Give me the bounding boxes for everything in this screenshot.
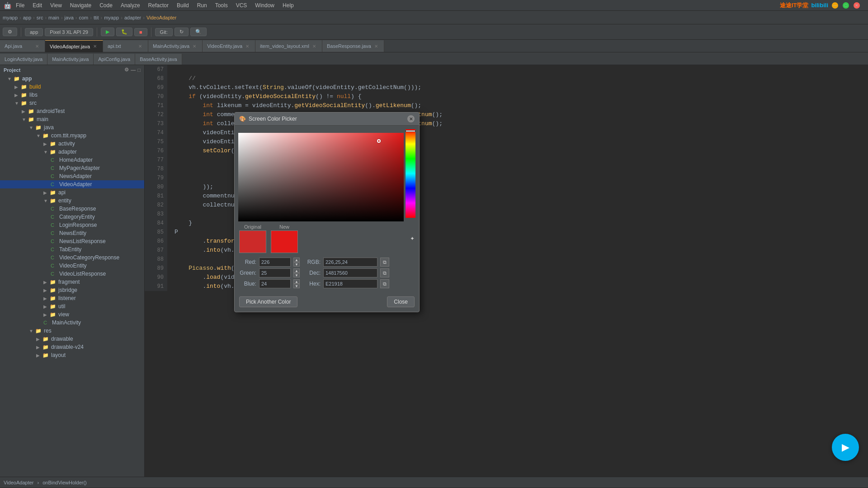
hue-slider[interactable] (406, 129, 415, 218)
dec-copy-btn[interactable]: ⧉ (380, 268, 389, 277)
tab-videoentity-close[interactable]: ✕ (244, 43, 250, 49)
bottom-onbindviewholder-label[interactable]: onBindViewHolder() (42, 480, 87, 485)
tree-item-drawable[interactable]: ▶ 📁 drawable (0, 335, 144, 343)
menu-run[interactable]: Run (193, 1, 211, 9)
tree-item-videoadapter[interactable]: C VideoAdapter (0, 180, 144, 188)
red-up-btn[interactable]: ▲ (293, 258, 300, 262)
tab-videoadapter-close[interactable]: ✕ (92, 43, 98, 49)
tab-itemvideolayout-close[interactable]: ✕ (311, 43, 317, 49)
menu-tools[interactable]: Tools (212, 1, 231, 9)
bc-myapp2[interactable]: myapp (104, 15, 119, 20)
bc-main[interactable]: main (48, 15, 59, 20)
device-selector-btn[interactable]: Pixel 3 XL API 29 (45, 28, 93, 36)
tree-item-fragment[interactable]: ▶ 📁 fragment (0, 278, 144, 286)
tab-videoadapterjava[interactable]: VideoAdapter.java ✕ (45, 40, 103, 52)
stop-btn[interactable]: ■ (134, 28, 147, 36)
project-structure-btn[interactable]: ⚙ (3, 28, 17, 36)
run-btn[interactable]: ▶ (101, 28, 114, 36)
bc-adapter[interactable]: adapter (124, 15, 141, 20)
pick-another-color-button[interactable]: Pick Another Color (239, 296, 297, 307)
blue-up-btn[interactable]: ▲ (293, 279, 300, 284)
tree-item-tabentity[interactable]: C TabEntity (0, 245, 144, 253)
menu-file[interactable]: File (12, 1, 28, 9)
blue-spinner[interactable]: ▲ ▼ (293, 279, 300, 288)
close-button[interactable]: Close (387, 296, 415, 307)
search-btn[interactable]: 🔍 (190, 28, 207, 36)
rgb-input[interactable] (323, 258, 377, 267)
tree-item-src[interactable]: ▼ 📁 src (0, 99, 144, 107)
bc-ttit[interactable]: ttit (94, 15, 99, 20)
tree-item-entity[interactable]: ▼ 📁 entity (0, 197, 144, 205)
tree-item-categoryentity[interactable]: C CategoryEntity (0, 213, 144, 221)
dialog-close-button[interactable]: ✕ (407, 115, 415, 122)
color-picker-dialog[interactable]: 🎨 Screen Color Picker ✕ Original (234, 112, 420, 312)
bottom-videoadapter-label[interactable]: VideoAdapter (4, 480, 33, 485)
rgb-copy-btn[interactable]: ⧉ (380, 258, 389, 267)
menu-navigate[interactable]: Navigate (66, 1, 95, 9)
sun-icon-button[interactable]: ✦ (410, 235, 415, 242)
menu-window[interactable]: Window (251, 1, 278, 9)
tree-item-api[interactable]: ▶ 📁 api (0, 188, 144, 197)
tab-api-close[interactable]: ✕ (34, 43, 40, 49)
win-maximize-btn[interactable]: □ (843, 2, 849, 9)
tree-item-homeadapter[interactable]: C HomeAdapter (0, 156, 144, 164)
win-close-btn[interactable]: ✕ (854, 2, 860, 9)
bc-videoadapter[interactable]: VideoAdapter (146, 15, 176, 20)
tree-collapse-icon[interactable]: — (131, 67, 136, 73)
sec-tab-apiconfig[interactable]: ApiConfig.java (94, 54, 135, 65)
menu-view[interactable]: View (47, 1, 66, 9)
app-config-btn[interactable]: app (25, 28, 43, 36)
tree-item-util[interactable]: ▶ 📁 util (0, 302, 144, 310)
green-input[interactable] (259, 268, 291, 277)
hex-input[interactable] (323, 279, 377, 288)
green-spinner[interactable]: ▲ ▼ (293, 268, 300, 277)
bc-java[interactable]: java (65, 15, 74, 20)
tab-mainactivity-close[interactable]: ✕ (191, 43, 198, 49)
tree-item-mainactivity2[interactable]: C MainActivity (0, 319, 144, 327)
sec-tab-baseactivity[interactable]: BaseActivity.java (135, 54, 182, 65)
bc-src[interactable]: src (37, 15, 43, 20)
tree-item-loginresponse[interactable]: C LoginResponse (0, 221, 144, 229)
tab-mainactivity[interactable]: MainActivity.java ✕ (148, 40, 203, 52)
menu-code[interactable]: Code (96, 1, 116, 9)
bc-com[interactable]: com (79, 15, 88, 20)
tree-item-view[interactable]: ▶ 📁 view (0, 310, 144, 319)
menu-build[interactable]: Build (173, 1, 193, 9)
sec-tab-loginactivity[interactable]: LoginActivity.java (0, 54, 47, 65)
menu-help[interactable]: Help (279, 1, 297, 9)
tab-apitxt[interactable]: api.txt ✕ (103, 40, 148, 52)
tab-apitxt-close[interactable]: ✕ (137, 43, 143, 49)
red-input[interactable] (259, 258, 291, 267)
tab-baseresponse-close[interactable]: ✕ (373, 43, 379, 49)
green-down-btn[interactable]: ▼ (293, 273, 300, 277)
menu-refactor[interactable]: Refactor (145, 1, 172, 9)
debug-btn[interactable]: 🐛 (116, 28, 132, 36)
win-minimize-btn[interactable]: — (832, 2, 838, 9)
tree-item-build[interactable]: ▶ 📁 build (0, 83, 144, 91)
hex-copy-btn[interactable]: ⧉ (380, 279, 389, 288)
tree-item-listener[interactable]: ▶ 📁 listener (0, 294, 144, 302)
blue-down-btn[interactable]: ▼ (293, 284, 300, 288)
menu-analyze[interactable]: Analyze (117, 1, 144, 9)
menu-vcs[interactable]: VCS (232, 1, 251, 9)
tree-item-mypageradapter[interactable]: C MyPagerAdapter (0, 164, 144, 172)
tree-item-jsbridge[interactable]: ▶ 📁 jsbridge (0, 286, 144, 294)
tab-itemvideolayout[interactable]: item_video_layout.xml ✕ (255, 40, 322, 52)
tree-item-drawable-v24[interactable]: ▶ 📁 drawable-v24 (0, 343, 144, 351)
tree-item-newsentity[interactable]: C NewsEntity (0, 229, 144, 237)
tree-item-res[interactable]: ▼ 📁 res (0, 327, 144, 335)
dialog-title-bar[interactable]: 🎨 Screen Color Picker ✕ (235, 113, 419, 126)
tree-item-newslistresponse[interactable]: C NewsListResponse (0, 237, 144, 245)
bilibili-avatar-button[interactable]: ▶ (832, 434, 859, 461)
tree-item-main[interactable]: ▼ 📁 main (0, 115, 144, 123)
red-spinner[interactable]: ▲ ▼ (293, 258, 300, 267)
tree-settings-icon[interactable]: ⚙ (124, 67, 129, 73)
tree-item-adapter[interactable]: ▼ 📁 adapter (0, 148, 144, 156)
git-btn[interactable]: Git: (155, 28, 173, 36)
tree-item-app[interactable]: ▼ 📁 app (0, 75, 144, 83)
tree-item-videocategoryresponse[interactable]: C VideoCategoryResponse (0, 253, 144, 262)
menu-edit[interactable]: Edit (29, 1, 46, 9)
tree-item-newsadapter[interactable]: C NewsAdapter (0, 172, 144, 180)
green-up-btn[interactable]: ▲ (293, 268, 300, 273)
bc-app[interactable]: app (23, 15, 31, 20)
